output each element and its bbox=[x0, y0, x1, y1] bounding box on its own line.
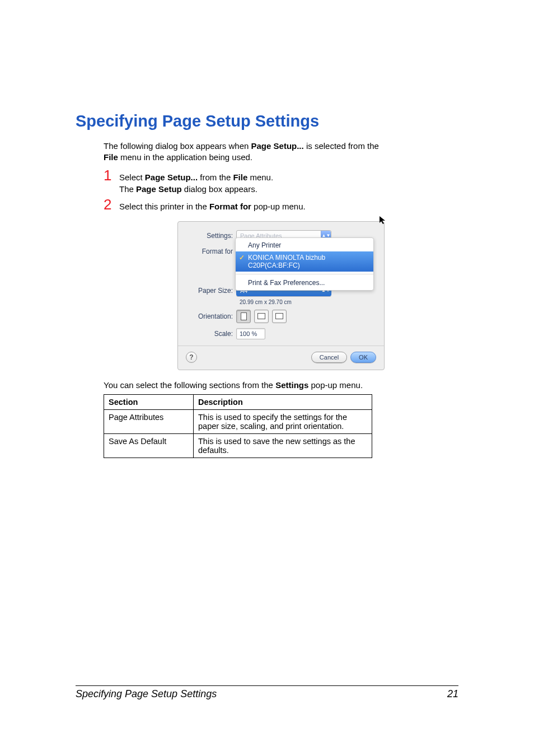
menu-separator bbox=[236, 274, 373, 274]
step1-text2: from the bbox=[198, 172, 233, 182]
intro-text3: menu in the application being used. bbox=[118, 152, 252, 162]
format-for-menu: Any Printer KONICA MINOLTA bizhub C20P(C… bbox=[235, 237, 374, 291]
footer-page-number: 21 bbox=[447, 688, 458, 700]
ok-button[interactable]: OK bbox=[350, 352, 376, 363]
intro-bold-file: File bbox=[104, 152, 118, 162]
th-section: Section bbox=[104, 394, 194, 409]
step-number: 1 bbox=[104, 167, 119, 184]
orientation-landscape-left-button[interactable] bbox=[254, 310, 269, 323]
page-heading: Specifying Page Setup Settings bbox=[76, 112, 458, 130]
cancel-button[interactable]: Cancel bbox=[311, 352, 347, 363]
step1-text: Select bbox=[119, 172, 145, 182]
step-1: 1 Select Page Setup... from the File men… bbox=[104, 167, 458, 195]
scale-value: 100 % bbox=[240, 330, 257, 337]
landscape-icon bbox=[275, 313, 283, 319]
step-number: 2 bbox=[104, 196, 119, 213]
portrait-icon bbox=[241, 312, 247, 320]
format-menu-selected-printer[interactable]: KONICA MINOLTA bizhub C20P(CA:BF:FC) bbox=[236, 251, 373, 272]
pretable-b: Settings bbox=[275, 380, 308, 390]
intro-text2: is selected from the bbox=[304, 141, 379, 151]
pretable-a: You can select the following sections fr… bbox=[104, 380, 275, 390]
svg-marker-0 bbox=[380, 216, 385, 224]
footer-rule bbox=[76, 685, 458, 686]
pretable-c: pop-up menu. bbox=[308, 380, 363, 390]
scale-label: Scale: bbox=[186, 330, 236, 338]
step1-text3: menu. bbox=[247, 172, 273, 182]
td-desc: This is used to save the new settings as… bbox=[194, 433, 372, 458]
help-button[interactable]: ? bbox=[186, 352, 197, 363]
table-header-row: Section Description bbox=[104, 394, 372, 409]
step1-sub-a: The bbox=[119, 184, 136, 194]
step2-text2: pop-up menu. bbox=[251, 202, 306, 211]
footer-left: Specifying Page Setup Settings bbox=[76, 688, 217, 700]
cursor-icon bbox=[380, 216, 388, 225]
landscape-icon bbox=[257, 313, 265, 319]
intro-paragraph: The following dialog box appears when Pa… bbox=[104, 141, 458, 164]
step2-text: Select this printer in the bbox=[119, 202, 209, 211]
step-2: 2 Select this printer in the Format for … bbox=[104, 196, 458, 213]
format-for-label: Format for bbox=[186, 248, 236, 255]
scale-input[interactable]: 100 % bbox=[236, 328, 265, 339]
step1-sub-b: Page Setup bbox=[136, 184, 182, 194]
intro-bold-pagesetup: Page Setup... bbox=[251, 141, 304, 151]
orientation-landscape-right-button[interactable] bbox=[272, 310, 287, 323]
table-row: Save As Default This is used to save the… bbox=[104, 433, 372, 458]
paper-dimensions: 20.99 cm x 29.70 cm bbox=[240, 299, 376, 305]
paper-size-label: Paper Size: bbox=[186, 287, 236, 295]
step1-bold1: Page Setup... bbox=[145, 172, 198, 182]
sections-table: Section Description Page Attributes This… bbox=[104, 394, 372, 458]
step1-sub-c: dialog box appears. bbox=[182, 184, 257, 194]
orientation-label: Orientation: bbox=[186, 312, 236, 320]
step2-bold: Format for bbox=[209, 202, 251, 211]
settings-label: Settings: bbox=[186, 232, 236, 240]
pre-table-text: You can select the following sections fr… bbox=[104, 380, 458, 390]
orientation-portrait-button[interactable] bbox=[236, 310, 251, 323]
page-footer: Specifying Page Setup Settings 21 bbox=[76, 685, 458, 700]
table-row: Page Attributes This is used to specify … bbox=[104, 409, 372, 433]
format-menu-prefs[interactable]: Print & Fax Preferences... bbox=[236, 277, 373, 289]
td-section: Page Attributes bbox=[104, 409, 194, 433]
dialog-separator bbox=[178, 346, 384, 346]
td-section: Save As Default bbox=[104, 433, 194, 458]
td-desc: This is used to specify the settings for… bbox=[194, 409, 372, 433]
th-description: Description bbox=[194, 394, 372, 409]
intro-text: The following dialog box appears when bbox=[104, 141, 251, 151]
format-menu-any-printer[interactable]: Any Printer bbox=[236, 239, 373, 251]
step1-bold2: File bbox=[233, 172, 247, 182]
page-setup-dialog: Settings: Page Attributes ▲▼ Any Printer… bbox=[177, 221, 385, 370]
